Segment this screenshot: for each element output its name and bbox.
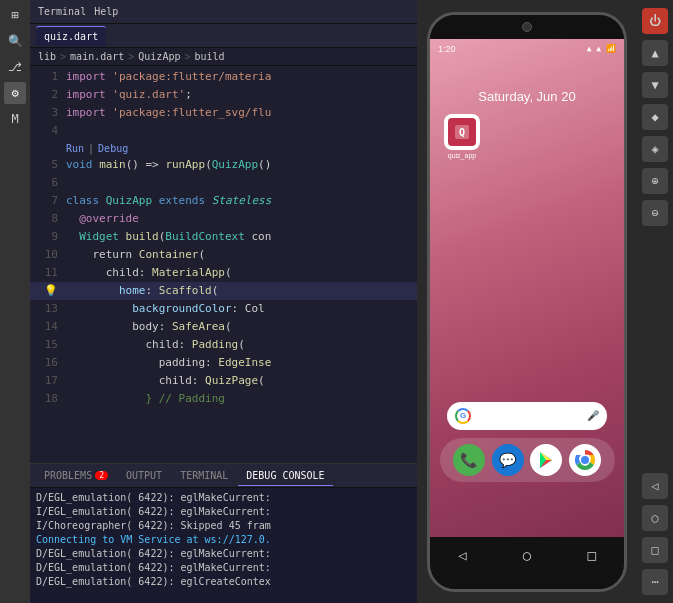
panel-line-6: D/EGL_emulation( 6422): eglMakeCurrent: [36,561,411,575]
nav-home-button[interactable]: ○ [523,547,531,563]
volume-up-button[interactable]: ▲ [642,40,668,66]
zoom-out-button[interactable]: ⊖ [642,200,668,226]
phone-top [430,15,624,39]
phone-dock: 📞 💬 [440,438,615,482]
app-icon-box[interactable]: Q [444,114,480,150]
volume-down-button[interactable]: ▼ [642,72,668,98]
code-line-7: 7 class QuizApp extends Stateless [30,192,417,210]
home-button[interactable]: ○ [642,505,668,531]
phone: 1:20 ▲ ▲ 📶 Saturday, Jun 20 Q quiz_app [427,12,627,592]
code-line-8: 8 @override [30,210,417,228]
power-button[interactable]: ⏻ [642,8,668,34]
eraser-button[interactable]: ◈ [642,136,668,162]
nav-back-button[interactable]: ◁ [458,547,466,563]
code-line-15: 15 child: Padding( [30,336,417,354]
google-mic-icon: 🎤 [587,410,599,421]
phone-time: 1:20 [438,44,456,54]
phone-search-bar[interactable]: G 🎤 [447,402,607,430]
panel-line-4: Connecting to VM Service at ws://127.0. [36,533,411,547]
breadcrumb-lib: lib [38,51,56,62]
toolbar: Terminal Help [30,0,417,24]
debug-link[interactable]: Debug [98,143,128,154]
phone-date: Saturday, Jun 20 [430,89,624,104]
activity-extensions[interactable]: M [4,108,26,130]
run-link[interactable]: Run [66,143,84,154]
code-line-17: 17 child: QuizPage( [30,372,417,390]
code-line-2: 2 import 'quiz.dart'; [30,86,417,104]
dock-chrome-icon[interactable] [569,444,601,476]
code-line-11: 11 child: MaterialApp( [30,264,417,282]
activity-git[interactable]: ⎇ [4,56,26,78]
activity-debug[interactable]: ⚙ [4,82,26,104]
diamond-button[interactable]: ◆ [642,104,668,130]
dock-play-icon[interactable] [530,444,562,476]
right-bar: ⏻ ▲ ▼ ◆ ◈ ⊕ ⊖ ◁ ○ □ ⋯ [637,0,673,603]
code-line-14: 14 body: SafeArea( [30,318,417,336]
bottom-panel: PROBLEMS 2 OUTPUT TERMINAL DEBUG CONSOLE… [30,463,417,603]
back-button[interactable]: ◁ [642,473,668,499]
code-line-4: 4 [30,122,417,140]
tab-quiz-dart[interactable]: quiz.dart [36,26,106,46]
code-line-1: 1 import 'package:flutter/materia [30,68,417,86]
play-store-svg [536,450,556,470]
code-lines[interactable]: 1 import 'package:flutter/materia 2 impo… [30,66,417,463]
code-line-3: 3 import 'package:flutter_svg/flu [30,104,417,122]
activity-explorer[interactable]: ⊞ [4,4,26,26]
code-line-6: 6 [30,174,417,192]
code-line-16: 16 padding: EdgeInse [30,354,417,372]
app-icon-inner: Q [448,118,476,146]
code-area: 1 import 'package:flutter/materia 2 impo… [30,66,417,463]
activity-search[interactable]: 🔍 [4,30,26,52]
dock-phone-icon[interactable]: 📞 [453,444,485,476]
phone-app-icon-area: Q quiz_app [444,114,480,159]
recents-button[interactable]: □ [642,537,668,563]
phone-status-icons: ▲ ▲ 📶 [587,44,616,53]
panel-line-7: D/EGL_emulation( 6422): eglCreateContex [36,575,411,589]
code-line-5: 5 void main() => runApp(QuizApp() [30,156,417,174]
panel-tab-output[interactable]: OUTPUT [118,466,170,486]
phone-status-bar: 1:20 ▲ ▲ 📶 [430,39,624,59]
panel-tab-debug-console[interactable]: DEBUG CONSOLE [238,466,332,486]
phone-camera [522,22,532,32]
toolbar-menu-help[interactable]: Help [94,6,118,17]
svg-point-7 [581,456,589,464]
run-debug-bar: Run | Debug [30,140,417,156]
tab-bar: quiz.dart [30,24,417,48]
panel-line-3: I/Choreographer( 6422): Skipped 45 fram [36,519,411,533]
chrome-svg [574,449,596,471]
phone-bottom [430,573,624,589]
panel-line-2: I/EGL_emulation( 6422): eglMakeCurrent: [36,505,411,519]
google-g-icon: G [455,408,471,424]
app-label: quiz_app [448,152,476,159]
left-activity-bar: ⊞ 🔍 ⎇ ⚙ M [0,0,30,603]
app-icon-svg: Q [453,123,471,141]
code-line-13: 13 backgroundColor: Col [30,300,417,318]
toolbar-menu-terminal[interactable]: Terminal [38,6,86,17]
breadcrumb-main-dart: main.dart [70,51,124,62]
code-line-9: 9 Widget build(BuildContext con [30,228,417,246]
panel-tab-problems[interactable]: PROBLEMS 2 [36,466,116,486]
panel-content: D/EGL_emulation( 6422): eglMakeCurrent: … [30,488,417,603]
more-button[interactable]: ⋯ [642,569,668,595]
phone-screen[interactable]: 1:20 ▲ ▲ 📶 Saturday, Jun 20 Q quiz_app [430,39,624,537]
phone-nav-bar: ◁ ○ □ [430,537,624,573]
breadcrumb: lib > main.dart > QuizApp > build [30,48,417,66]
phone-dock-area: G 🎤 📞 💬 [430,402,624,482]
editor-container: Terminal Help quiz.dart lib > main.dart … [30,0,417,603]
panel-line-5: D/EGL_emulation( 6422): eglMakeCurrent: [36,547,411,561]
phone-container: 1:20 ▲ ▲ 📶 Saturday, Jun 20 Q quiz_app [417,0,637,603]
code-line-12: 💡 home: Scaffold( [30,282,417,300]
breadcrumb-quiz-app: QuizApp [138,51,180,62]
panel-line-1: D/EGL_emulation( 6422): eglMakeCurrent: [36,491,411,505]
nav-recents-button[interactable]: □ [587,547,595,563]
code-line-18: 18 } // Padding [30,390,417,408]
panel-tab-terminal[interactable]: TERMINAL [172,466,236,486]
panel-tabs: PROBLEMS 2 OUTPUT TERMINAL DEBUG CONSOLE [30,464,417,488]
breadcrumb-build: build [195,51,225,62]
svg-text:Q: Q [459,127,465,138]
zoom-in-button[interactable]: ⊕ [642,168,668,194]
code-line-10: 10 return Container( [30,246,417,264]
dock-messages-icon[interactable]: 💬 [492,444,524,476]
